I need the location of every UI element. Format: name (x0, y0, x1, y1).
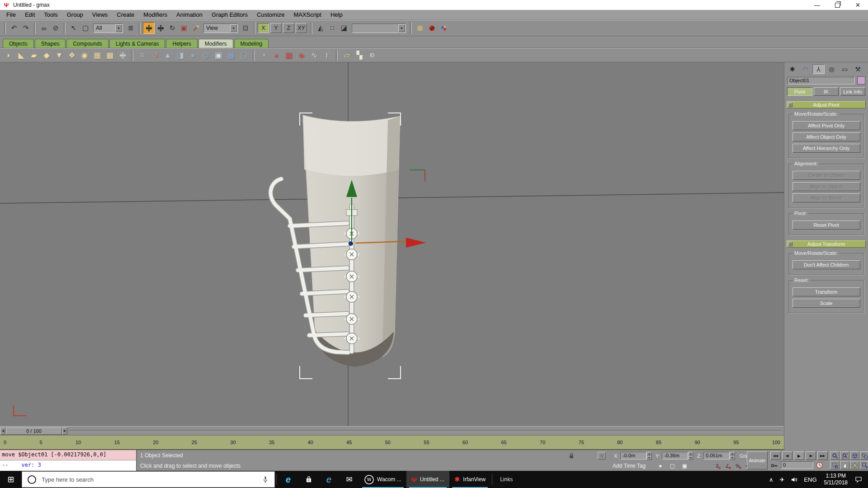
add-time-tag[interactable]: Add Time Tag (613, 463, 646, 469)
crossing-selection-icon[interactable]: ▢ (668, 462, 677, 470)
tab-compounds[interactable]: Compounds (66, 39, 108, 48)
reset-scale-button[interactable]: Scale (793, 299, 860, 308)
modifier-bend-icon[interactable]: ◗ (3, 50, 14, 61)
motion-tab-icon[interactable]: ◎ (826, 64, 838, 74)
array-icon[interactable]: ∷ (326, 22, 338, 34)
degradation-override-icon[interactable]: ● (656, 462, 665, 470)
track-view-icon[interactable]: ⊞ (414, 22, 426, 34)
taskbar-wacom-button[interactable]: W Wacom ... (359, 471, 406, 488)
x-spinner[interactable]: ▴▾ (646, 452, 652, 460)
modifier-mesh-select-icon[interactable]: ◕ (270, 50, 282, 61)
taskbar-gmax-button[interactable]: Ψ Untitled ... (406, 471, 449, 488)
xform-gizmo-icon[interactable] (117, 50, 128, 61)
perspective-viewport[interactable] (0, 62, 784, 426)
edge-icon[interactable]: e (278, 471, 298, 488)
action-center-icon[interactable] (852, 476, 865, 483)
time-slider-handle[interactable]: 0 / 100 (6, 427, 62, 435)
percent-snap-icon[interactable]: % (733, 462, 742, 470)
speaker-icon[interactable] (788, 476, 801, 483)
airplane-mode-icon[interactable]: ✈ (776, 476, 788, 483)
modifier-face-extrude-icon[interactable]: ▲ (162, 50, 174, 61)
tab-modeling[interactable]: Modeling (234, 39, 269, 48)
pivot-subtab[interactable]: Pivot (787, 87, 812, 96)
store-icon[interactable] (298, 471, 319, 488)
y-spinner[interactable]: ▴▾ (688, 452, 693, 460)
time-slider-left-arrow[interactable]: ◄ (0, 427, 5, 435)
animate-button[interactable]: Animate (747, 451, 768, 469)
menu-graph-editors[interactable]: Graph Editors (207, 10, 252, 19)
display-tab-icon[interactable]: ▭ (839, 64, 851, 74)
material-navigator-icon[interactable] (426, 22, 438, 34)
menu-help[interactable]: Help (326, 10, 347, 19)
align-icon[interactable]: ◪ (338, 22, 350, 34)
bind-to-space-warp-icon[interactable] (190, 22, 202, 34)
ik-subtab[interactable]: IK (814, 87, 839, 96)
go-to-end-button[interactable]: ▶▶ (817, 451, 828, 460)
redo-icon[interactable]: ↷ (20, 22, 32, 34)
tray-chevron-icon[interactable]: ∧ (766, 476, 777, 483)
taskbar-irfanview-button[interactable]: ✱ IrfanView (449, 471, 491, 488)
modifier-twist-icon[interactable]: ▰ (28, 50, 40, 61)
arc-rotate-icon[interactable] (850, 461, 859, 469)
affect-object-only-button[interactable]: Affect Object Only (793, 132, 860, 141)
gizmo-x-arrowhead[interactable] (406, 238, 426, 248)
reset-pivot-button[interactable]: Reset Pivot (793, 221, 860, 230)
modifier-spline-select-icon[interactable]: ◈ (296, 50, 307, 61)
rect-selection-region-icon[interactable]: ▢ (80, 22, 91, 34)
menu-customize[interactable]: Customize (252, 10, 289, 19)
tab-objects[interactable]: Objects (3, 39, 34, 48)
adjust-pivot-header[interactable]: - Adjust Pivot (787, 101, 866, 108)
modifier-taper-icon[interactable]: ◣ (15, 50, 27, 61)
viewport-canvas[interactable] (0, 62, 784, 426)
named-selection-dropdown[interactable]: ▼ (352, 23, 406, 33)
select-object-icon[interactable]: ↖ (68, 22, 80, 34)
modifier-uvw-map-icon[interactable]: ▚ (354, 50, 365, 61)
tab-modifiers[interactable]: Modifiers (198, 39, 233, 48)
links-toolbar[interactable]: Links (494, 471, 519, 488)
modifier-extrude-icon[interactable]: ≡ (137, 50, 148, 61)
menu-views[interactable]: Views (88, 10, 112, 19)
modifier-edit-spline-icon[interactable]: ∿ (308, 50, 320, 61)
adjust-transform-header[interactable]: - Adjust Transform (787, 240, 866, 248)
absolute-offset-toggle-icon[interactable]: ○ (598, 452, 606, 460)
object-color-swatch[interactable] (857, 76, 865, 84)
modifier-spherify-icon[interactable]: ● (187, 50, 199, 61)
zoom-extents-icon[interactable] (850, 451, 859, 460)
close-button[interactable]: × (848, 0, 868, 10)
start-button[interactable]: ⊞ (0, 471, 22, 488)
snap-toggle-3d-icon[interactable]: 3 (712, 462, 722, 470)
undo-icon[interactable]: ↶ (8, 22, 20, 34)
modifier-stretch-icon[interactable]: ▼ (53, 50, 65, 61)
key-mode-toggle-icon[interactable] (770, 462, 778, 469)
modifier-push-icon[interactable]: ◉ (79, 50, 90, 61)
min-max-toggle-icon[interactable] (860, 461, 868, 469)
modifier-noise-icon[interactable]: ◆ (41, 50, 52, 61)
tab-shapes[interactable]: Shapes (35, 39, 66, 48)
zoom-all-icon[interactable] (840, 451, 849, 460)
gizmo-center[interactable] (349, 241, 353, 246)
listener-script-line[interactable]: -- ver: 3 (0, 460, 136, 471)
unlink-selection-icon[interactable]: ⊘ (50, 22, 61, 34)
play-button[interactable]: ▶ (794, 451, 804, 460)
z-spinner[interactable]: ▴▾ (730, 452, 735, 460)
menu-group[interactable]: Group (62, 10, 88, 19)
menu-tools[interactable]: Tools (39, 10, 62, 19)
snap-cube-icon[interactable]: ▣ (680, 462, 689, 470)
modifier-lathe-icon[interactable]: ↺ (149, 50, 161, 61)
separator[interactable] (336, 50, 338, 61)
restrict-xy-button[interactable]: XY (296, 23, 307, 33)
modifier-patch-select-icon[interactable]: ▩ (283, 50, 295, 61)
current-frame-field[interactable]: 0 (781, 461, 813, 469)
use-pivot-point-icon[interactable]: ⊡ (240, 22, 251, 34)
tab-helpers[interactable]: Helpers (166, 39, 197, 48)
time-slider-track[interactable] (69, 430, 782, 432)
modifier-cap-holes-icon[interactable]: ◍ (200, 50, 212, 61)
region-zoom-icon[interactable] (830, 461, 840, 469)
select-and-manipulate-icon[interactable] (155, 22, 166, 34)
modifier-lattice-icon[interactable]: ▦ (225, 50, 237, 61)
utilities-tab-icon[interactable]: ⚒ (852, 64, 864, 74)
zoom-extents-all-icon[interactable] (860, 451, 868, 460)
collapse-icon[interactable]: - (788, 103, 793, 107)
select-and-link-icon[interactable]: ∞ (38, 22, 50, 34)
clock[interactable]: 1:13 PM 5/11/2018 (820, 473, 852, 486)
